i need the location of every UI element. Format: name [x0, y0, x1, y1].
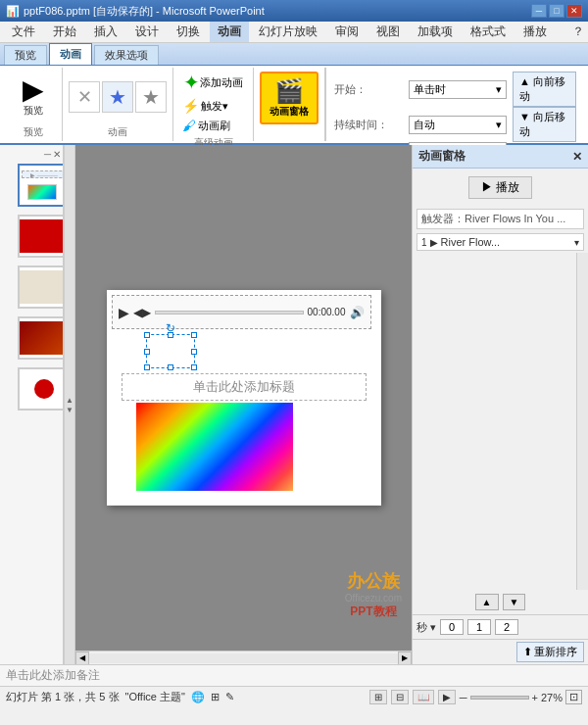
zoom-bar: ─ + 27% ⊡ — [460, 690, 582, 704]
close-button[interactable]: ✕ — [566, 4, 582, 18]
slide-canvas[interactable]: ▶ ◀▶ 00:00.00 🔊 ↻ — [75, 145, 412, 651]
menu-start[interactable]: 开始 — [45, 22, 84, 42]
handle-top-right[interactable] — [191, 332, 197, 338]
start-value: 单击时 — [414, 82, 446, 97]
menu-transition[interactable]: 切换 — [169, 22, 208, 42]
handle-top-left[interactable] — [144, 332, 150, 338]
slide-thumb-4[interactable] — [18, 316, 64, 360]
move-forward-button[interactable]: ▲ 向前移动 — [513, 72, 576, 107]
scroll-track[interactable] — [89, 653, 398, 663]
tab-animation[interactable]: 动画 — [49, 43, 92, 65]
scroll-up-button[interactable]: ▲ — [475, 594, 499, 610]
fit-button[interactable]: ⊡ — [565, 690, 582, 704]
slide-thumb-5[interactable] — [18, 367, 64, 411]
scroll-right-button[interactable]: ▶ — [398, 652, 412, 665]
handle-mid-left[interactable] — [144, 349, 150, 355]
menu-view[interactable]: 视图 — [368, 22, 408, 42]
title-bar: 📊 pptF086.pptm [自动保存的] - Microsoft Power… — [0, 0, 588, 22]
watermark-url: Officezu.com — [345, 593, 402, 604]
menu-animation[interactable]: 动画 — [210, 22, 249, 42]
animation-style-star[interactable]: ★ — [102, 81, 133, 113]
slide-thumb-1[interactable]: ▶ ───── — [18, 164, 64, 207]
tab-effect-options[interactable]: 效果选项 — [94, 45, 159, 65]
scroll-down-button[interactable]: ▼ — [503, 594, 526, 610]
menu-file[interactable]: 文件 — [4, 22, 43, 42]
sec-label: 秒 ▾ — [416, 620, 436, 635]
progress-bar[interactable] — [155, 311, 304, 314]
duration-dropdown[interactable]: 自动 ▾ — [409, 116, 507, 134]
menu-review[interactable]: 审阅 — [327, 22, 367, 42]
theme-info: "Office 主题" — [125, 690, 185, 704]
reading-view-button[interactable]: 📖 — [413, 690, 434, 704]
minimize-button[interactable]: ─ — [531, 4, 547, 18]
zoom-slider[interactable] — [470, 696, 529, 700]
menu-addins[interactable]: 加载项 — [410, 22, 461, 42]
notes-area[interactable]: 单击此处添加备注 — [0, 664, 588, 686]
reorder-label: 重新排序 — [534, 645, 577, 659]
move-backward-button[interactable]: ▼ 向后移动 — [513, 107, 576, 142]
slide-thumb-2[interactable] — [18, 215, 64, 258]
animation-painter-button[interactable]: 🖌 动画刷 — [179, 117, 247, 134]
slide-sorter-button[interactable]: ⊟ — [391, 690, 409, 704]
handle-bottom-mid[interactable] — [168, 364, 173, 370]
panel-close-x[interactable]: ✕ — [53, 149, 61, 160]
zoom-minus-button[interactable]: ─ — [460, 692, 467, 703]
animation-style-none[interactable]: ✕ — [69, 81, 100, 113]
title-placeholder[interactable]: 单击此处添加标题 — [122, 373, 367, 401]
slide-thumb-3[interactable] — [18, 266, 64, 309]
animation-panel-button[interactable]: 🎬 动画窗格 — [260, 72, 318, 124]
volume-icon[interactable]: 🔊 — [350, 306, 365, 319]
watermark-title: 办公族 — [345, 569, 402, 593]
menu-format[interactable]: 格式式 — [463, 22, 514, 42]
maximize-button[interactable]: □ — [549, 4, 564, 18]
panel-scrollbar[interactable] — [576, 253, 588, 590]
slide-content: ▶ ◀▶ 00:00.00 🔊 ↻ — [107, 290, 381, 506]
preview-label: 预览 — [24, 104, 43, 118]
panel-collapse-icon[interactable]: ─ — [44, 149, 51, 160]
nav-prev-icon[interactable]: ◀▶ — [133, 306, 151, 319]
start-dropdown[interactable]: 单击时 ▾ — [409, 80, 507, 99]
panel-close-button[interactable]: ✕ — [572, 150, 582, 164]
add-animation-button[interactable]: ✦ 添加动画 — [179, 70, 247, 95]
anim-dropdown-arrow[interactable]: ▾ — [574, 237, 579, 248]
animation-style-star2[interactable]: ★ — [135, 81, 167, 113]
tab-preview[interactable]: 预览 — [4, 45, 47, 65]
panel-play-button[interactable]: ▶ 播放 — [468, 176, 532, 199]
zoom-level: 27% — [541, 692, 563, 703]
handle-bottom-left[interactable] — [144, 364, 150, 370]
scroll-left-button[interactable]: ◀ — [75, 652, 89, 665]
language-icon: 🌐 — [191, 691, 205, 703]
rotate-handle[interactable]: ↻ — [166, 321, 175, 335]
panel-scroll-area — [413, 253, 588, 590]
normal-view-button[interactable]: ⊞ — [369, 690, 387, 704]
menu-slideshow[interactable]: 幻灯片放映 — [251, 22, 325, 42]
slideshow-button[interactable]: ▶ — [438, 690, 456, 704]
main-editing-area: ▶ ◀▶ 00:00.00 🔊 ↻ — [75, 145, 412, 664]
ribbon-group-preview: ▶ 预览 预览 — [4, 68, 63, 141]
horizontal-scrollbar[interactable]: ◀ ▶ — [75, 651, 412, 664]
slide-image[interactable] — [136, 403, 293, 491]
collapse-arrow-up: ▲ — [66, 396, 74, 405]
layout-icon: ⊞ — [211, 691, 220, 703]
trigger-button[interactable]: ⚡ 触发▾ — [179, 97, 247, 115]
duration-label: 持续时间： — [334, 118, 403, 132]
zoom-plus-button[interactable]: + — [532, 692, 538, 703]
menu-design[interactable]: 设计 — [127, 22, 167, 42]
menu-play[interactable]: 播放 — [515, 22, 555, 42]
page-number[interactable]: 0 — [440, 619, 464, 635]
help-icon: ？ — [572, 24, 584, 40]
panel-collapse-handle[interactable]: ▲ ▼ — [64, 145, 75, 664]
ribbon-timing: 开始： 单击时 ▾ ▲ 向前移动 持续时间： 自动 ▾ ▼ 向后移动 延迟： — [325, 68, 584, 141]
media-player[interactable]: ▶ ◀▶ 00:00.00 🔊 — [112, 295, 371, 329]
menu-insert[interactable]: 插入 — [86, 22, 125, 42]
handle-bottom-right[interactable] — [191, 364, 197, 370]
panel-bottom-left: 秒 ▾ 0 1 2 — [416, 619, 518, 635]
animation-item-1[interactable]: 1 ▶ River Flow... ▾ — [416, 233, 584, 251]
preview-button[interactable]: ▶ 预览 — [19, 74, 48, 120]
ribbon: 预览 动画 效果选项 ▶ 预览 预览 ✕ ★ — [0, 43, 588, 145]
player-play-icon[interactable]: ▶ — [119, 305, 129, 320]
page-total2: 2 — [495, 619, 518, 635]
handle-mid-right[interactable] — [191, 349, 197, 355]
reorder-button[interactable]: ⬆ 重新排序 — [516, 642, 584, 662]
no-animation-icon: ✕ — [77, 86, 92, 108]
